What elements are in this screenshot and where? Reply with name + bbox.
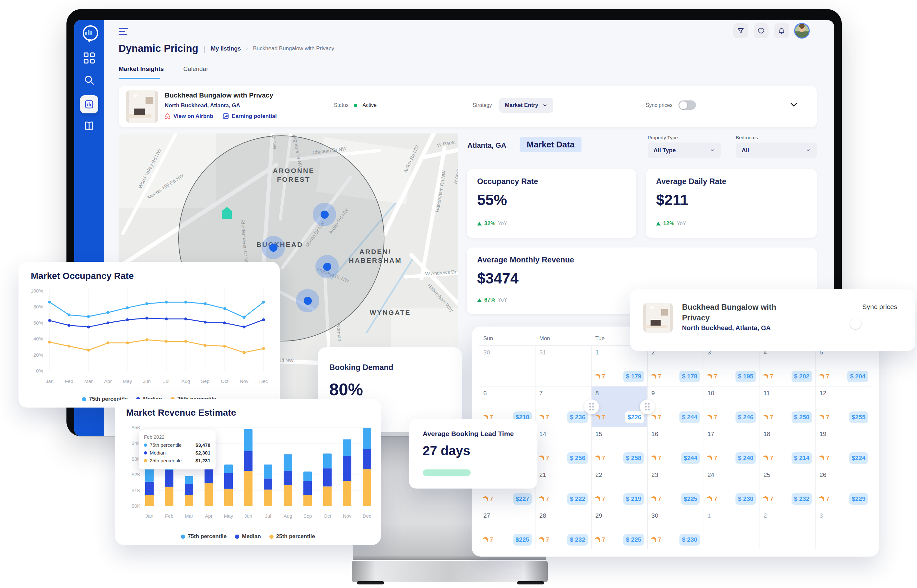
calendar-day-cell[interactable]: 157$ 258 [591, 427, 647, 468]
calendar-day-cell[interactable]: 1 [703, 509, 759, 549]
calendar-day-cell[interactable]: 3 [815, 509, 871, 549]
earning-potential-link[interactable]: Earning potential [222, 113, 277, 120]
map-area-label: ARGONNEFOREST [273, 166, 314, 184]
calendar-day-cell[interactable]: 267$229 [815, 468, 871, 509]
price-chip[interactable]: $ 240 [736, 452, 756, 464]
calendar-day-cell[interactable]: 27$ 178 [647, 345, 704, 386]
comparable-listing-marker[interactable] [313, 203, 336, 226]
price-chip[interactable]: $ 204 [847, 371, 868, 382]
price-chip[interactable]: $ 244 [679, 412, 700, 423]
calendar-day-cell[interactable]: 107$ 246 [703, 386, 759, 427]
calendar-day-cell[interactable]: 177$ 240 [703, 427, 759, 468]
price-chip[interactable]: $ 225 [623, 534, 644, 546]
calendar-day-cell[interactable]: 87$226 [591, 386, 647, 427]
price-chip[interactable]: $ 178 [679, 371, 700, 382]
calendar-day-cell[interactable]: 2 [759, 509, 815, 549]
calendar-cell-footer: 7$ 230 [651, 534, 700, 546]
price-chip[interactable]: $224 [849, 452, 868, 464]
calendar-day-cell[interactable]: 227$ 219 [591, 468, 647, 509]
price-chip[interactable]: $ 256 [567, 452, 588, 464]
sidebar-item-analytics-active[interactable] [74, 95, 104, 113]
price-chip[interactable]: $226 [625, 412, 644, 423]
price-chip[interactable]: $225 [513, 534, 532, 546]
calendar-day-cell[interactable]: 117$ 250 [759, 386, 815, 427]
price-chip[interactable]: $ 214 [792, 452, 812, 464]
price-chip[interactable]: $ 232 [567, 534, 588, 546]
calendar-day-cell[interactable]: 31 [535, 345, 591, 386]
price-chip[interactable]: $225 [681, 493, 700, 505]
price-chip[interactable]: $229 [849, 493, 868, 505]
price-chip[interactable]: $244 [681, 452, 700, 464]
price-chip[interactable]: $ 195 [736, 371, 756, 382]
calendar-day-cell[interactable]: 57$ 204 [815, 345, 871, 386]
price-chip[interactable]: $ 230 [736, 493, 756, 505]
calendar-day-cell[interactable]: 97$ 244 [647, 386, 704, 427]
calendar-day-cell[interactable]: 77$ 236 [535, 386, 591, 427]
min-nights: 7 [539, 536, 549, 543]
search-icon [84, 74, 95, 86]
price-chip[interactable]: $ 179 [623, 371, 644, 382]
calendar-day-cell[interactable]: 30 [479, 345, 535, 386]
bedrooms-select[interactable]: All [736, 142, 817, 158]
property-type-select[interactable]: All Type [648, 142, 721, 158]
price-chip[interactable]: $ 250 [792, 412, 812, 423]
calendar-day-cell[interactable]: 237$225 [647, 468, 704, 509]
tab-divider [119, 79, 819, 79]
app-logo[interactable] [74, 25, 104, 44]
min-nights: 7 [707, 496, 717, 502]
sync-prices-toggle-off[interactable] [678, 100, 696, 110]
selection-drag-handle[interactable] [640, 399, 655, 414]
price-chip[interactable]: $255 [849, 412, 868, 423]
calendar-day-number: 30 [483, 349, 490, 356]
svg-text:Oct: Oct [221, 378, 228, 384]
status-label: Status [334, 102, 348, 108]
price-chip[interactable]: $ 246 [736, 412, 756, 423]
calendar-day-cell[interactable]: 167$244 [647, 427, 704, 468]
price-chip[interactable]: $ 222 [567, 493, 588, 505]
calendar-day-cell[interactable]: 37$ 195 [703, 345, 759, 386]
property-thumbnail[interactable] [126, 90, 158, 123]
calendar-day-cell[interactable]: 147$ 256 [535, 427, 591, 468]
property-location[interactable]: North Buckhead, Atlanta, GA [165, 102, 240, 109]
calendar-day-cell[interactable]: 297$ 225 [591, 509, 647, 549]
calendar-day-cell[interactable]: 287$ 232 [535, 509, 591, 549]
property-name: Buckhead Bungalow with Privacy [165, 91, 273, 99]
calendar-day-cell[interactable]: 307$ 230 [647, 509, 704, 549]
user-avatar[interactable] [794, 23, 810, 39]
strategy-select[interactable]: Market Entry [499, 98, 553, 113]
calendar-day-cell[interactable]: 127$255 [815, 386, 871, 427]
min-nights: 7 [763, 414, 773, 421]
expand-property-card-button[interactable] [788, 99, 799, 111]
calendar-day-cell[interactable]: 17$ 179 [591, 345, 647, 386]
filter-button[interactable] [733, 23, 748, 38]
calendar-day-cell[interactable]: 257$ 232 [759, 468, 815, 509]
favorites-button[interactable] [754, 23, 768, 38]
comparable-listing-marker[interactable] [296, 289, 319, 312]
price-chip[interactable]: $227 [513, 493, 532, 505]
notifications-button[interactable] [774, 23, 789, 38]
tab-calendar[interactable]: Calendar [183, 65, 208, 78]
calendar-day-cell[interactable]: 217$ 222 [535, 468, 591, 509]
sidebar-item-search[interactable] [74, 74, 104, 86]
comparable-listing-marker[interactable] [315, 255, 339, 278]
svg-text:Aug: Aug [181, 378, 190, 384]
calendar-day-cell[interactable]: 247$ 230 [703, 468, 759, 509]
calendar-day-cell[interactable]: 47$ 202 [759, 345, 815, 386]
price-chip[interactable]: $ 236 [567, 412, 588, 423]
price-chip[interactable]: $ 232 [792, 493, 812, 505]
calendar-day-cell[interactable]: 277$225 [479, 509, 535, 549]
price-chip[interactable]: $ 258 [623, 452, 644, 464]
breadcrumb-my-listings[interactable]: My listings [211, 45, 241, 52]
view-on-airbnb-link[interactable]: View on Airbnb [164, 113, 213, 120]
comparable-listing-marker[interactable] [262, 236, 285, 259]
price-chip[interactable]: $ 202 [792, 371, 812, 382]
selection-drag-handle[interactable] [584, 399, 599, 414]
price-chip[interactable]: $ 219 [623, 493, 644, 505]
calendar-day-cell[interactable]: 187$ 214 [759, 427, 815, 468]
sidebar-item-guide[interactable] [74, 121, 104, 131]
price-chip[interactable]: $ 230 [679, 534, 700, 546]
menu-hamburger-icon[interactable] [119, 28, 129, 36]
sidebar-item-dashboard[interactable] [74, 52, 104, 63]
tab-market-insights[interactable]: Market Insights [119, 65, 164, 78]
calendar-day-cell[interactable]: 197$224 [815, 427, 871, 468]
